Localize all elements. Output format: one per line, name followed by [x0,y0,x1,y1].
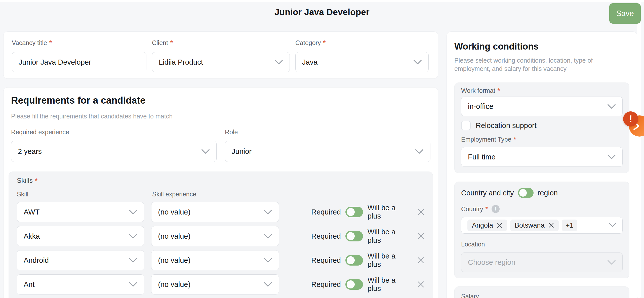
close-icon [417,257,425,264]
required-asterisk: * [323,39,326,47]
close-icon [548,222,554,228]
role-value: Junior [232,147,412,156]
skill-row: AWT (no value) Required Will be a plus [17,202,425,222]
skill-value: Ant [24,280,125,289]
relocation-support-checkbox[interactable] [461,121,471,130]
required-experience-value: 2 years [18,147,198,156]
working-conditions-title: Working conditions [454,41,629,52]
vacancy-title-field-group: Vacancy title * Junior Java Developer [12,39,146,72]
country-label-row: Country * i [461,205,623,213]
vacancy-title-input[interactable]: Junior Java Developer [12,52,146,72]
save-button[interactable]: Save [609,3,641,24]
chevron-down-icon [608,222,617,228]
client-field-group: Client * Lidiia Product [152,39,290,72]
scrollbar-track[interactable] [637,0,641,298]
country-chip-label: Botswana [515,222,545,229]
skill-value: AWT [24,208,125,216]
chevron-down-icon [201,147,210,156]
region-placeholder: Choose region [468,258,604,267]
category-label: Category * [295,39,429,47]
vacancy-title-label: Vacancy title * [12,39,146,47]
chevron-down-icon [607,153,616,161]
close-icon [497,222,503,228]
country-chip-label: Angola [472,222,493,229]
requirements-title: Requirements for a candidate [11,95,430,106]
mode-region-label: region [538,189,558,197]
skills-label-text: Skills [17,177,33,185]
skills-panel: Skills * Skill Skill experience AWT (no … [9,172,433,298]
alert-badge[interactable]: ! [623,111,638,126]
role-label: Role [225,129,430,136]
remove-country-button[interactable] [548,222,554,228]
skill-select[interactable]: Ant [17,274,144,294]
chevron-down-icon [264,256,272,265]
required-toggle-label: Required [311,232,341,240]
required-asterisk: * [170,39,173,47]
remove-skill-button[interactable] [417,281,425,288]
relocation-support-row[interactable]: Relocation support [461,121,623,130]
requirements-subtitle: Please fill the requirements that candid… [11,112,430,120]
work-format-select[interactable]: in-office [461,97,623,116]
plus-toggle-label: Will be a plus [368,276,411,293]
required-plus-toggle[interactable] [345,207,363,217]
page-title: Junior Java Developer [0,7,644,17]
plus-toggle-label: Will be a plus [368,228,411,244]
exclamation-icon: ! [629,114,632,124]
work-format-panel: Work format * in-office Relocation suppo… [454,82,629,173]
role-select[interactable]: Junior [225,141,430,162]
chevron-down-icon [129,256,137,265]
vacancy-title-value: Junior Java Developer [19,58,91,66]
country-more-badge[interactable]: +1 [562,220,578,231]
skill-value: Android [24,256,125,265]
client-label: Client * [152,39,290,47]
location-mode-row: Country and city region [461,188,623,198]
region-select[interactable]: Choose region [461,252,623,272]
skill-select[interactable]: AWT [17,202,144,222]
category-field-group: Category * Java [295,39,429,72]
skill-row: Ant (no value) Required Will be a plus [17,274,425,294]
required-toggle-label: Required [311,208,341,216]
remove-skill-button[interactable] [417,257,425,264]
info-icon[interactable]: i [492,205,500,213]
remove-skill-button[interactable] [417,208,425,216]
country-chip: Botswana [510,220,559,231]
skill-experience-value: (no value) [158,232,260,240]
location-panel: Country and city region Country * i Ango… [454,182,629,278]
vacancy-title-label-text: Vacancy title [12,39,47,47]
location-mode-toggle[interactable] [518,188,534,198]
skill-experience-select[interactable]: (no value) [151,226,279,246]
skill-select[interactable]: Android [17,250,144,270]
required-toggle-label: Required [311,280,341,289]
client-select[interactable]: Lidiia Product [152,52,290,72]
required-experience-select[interactable]: 2 years [11,141,217,162]
skill-column-label: Skill [17,191,145,198]
remove-skill-button[interactable] [417,232,425,240]
skill-experience-select[interactable]: (no value) [151,274,279,294]
country-label: Country [461,205,483,213]
required-plus-toggle[interactable] [345,279,363,290]
close-icon [417,281,425,288]
country-chip: Angola [467,220,507,231]
chevron-down-icon [129,280,137,289]
toggle-knob [519,189,527,197]
category-select[interactable]: Java [295,52,429,72]
skill-experience-value: (no value) [158,208,260,216]
work-format-value: in-office [468,102,604,111]
skill-row: Android (no value) Required Will be a pl… [17,250,425,270]
skills-label: Skills * [17,177,425,185]
toggle-knob [347,232,355,240]
required-plus-toggle[interactable] [345,231,363,241]
chevron-down-icon [607,102,616,111]
country-multiselect[interactable]: Angola Botswana +1 [461,217,623,234]
chevron-down-icon [264,280,272,289]
working-conditions-card: Working conditions Please select working… [447,31,637,298]
skill-experience-select[interactable]: (no value) [151,250,279,270]
required-plus-toggle[interactable] [345,255,363,266]
skill-select[interactable]: Akka [17,226,144,246]
skill-experience-select[interactable]: (no value) [151,202,279,222]
close-icon [417,208,425,216]
skill-row: Akka (no value) Required Will be a plus [17,226,425,246]
remove-country-button[interactable] [497,222,503,228]
chevron-down-icon [264,232,272,240]
employment-type-select[interactable]: Full time [461,147,623,167]
